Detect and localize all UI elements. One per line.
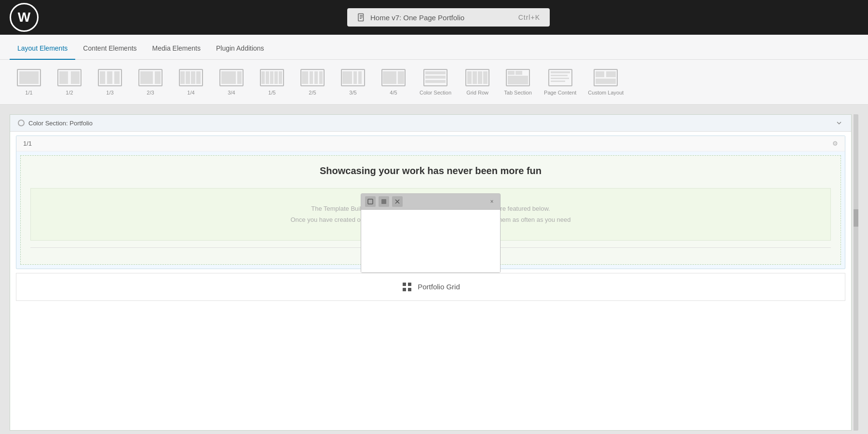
- popup-btn-1[interactable]: [365, 196, 376, 207]
- showcase-title: Showcasing your work has never been more…: [30, 165, 831, 176]
- tab-plugin-additions[interactable]: Plugin Additions: [208, 38, 272, 60]
- tab-layout-elements[interactable]: Layout Elements: [10, 38, 75, 60]
- svg-rect-34: [319, 71, 323, 84]
- color-section-title: Color Section: Portfolio: [28, 120, 93, 127]
- element-1-2-icon: [57, 68, 82, 87]
- element-3-4-label: 3/4: [228, 90, 235, 95]
- element-2-3-icon: [138, 68, 163, 87]
- color-section-expand[interactable]: [835, 119, 843, 127]
- element-1-3-icon: [97, 68, 122, 87]
- tab-navigation: Layout Elements Content Elements Media E…: [0, 35, 868, 60]
- element-color-section-label: Color Section: [420, 90, 451, 95]
- svg-rect-48: [473, 71, 477, 84]
- element-tab-section-icon: [505, 68, 530, 87]
- element-2-3[interactable]: 2/3: [131, 65, 170, 99]
- element-4-5[interactable]: 4/5: [374, 65, 413, 99]
- element-1-2[interactable]: 1/2: [50, 65, 89, 99]
- svg-rect-37: [353, 71, 357, 84]
- element-3-5[interactable]: 3/5: [334, 65, 372, 99]
- element-color-section-icon: [423, 68, 448, 87]
- element-1-1[interactable]: 1/1: [10, 65, 48, 99]
- svg-rect-56: [551, 71, 570, 73]
- element-2-5-label: 2/5: [309, 90, 316, 95]
- row-container: 1/1 ⚙ Showcasing your work has never bee…: [16, 136, 845, 269]
- element-1-5-icon: [259, 68, 285, 87]
- portfolio-grid-section: Portfolio Grid: [16, 273, 845, 301]
- portfolio-grid-icon: [401, 281, 413, 293]
- svg-rect-27: [270, 71, 273, 84]
- content-dashed-area: Showcasing your work has never been more…: [20, 155, 841, 265]
- description-area: The Template Builder allows you to ts, 3…: [30, 188, 831, 241]
- svg-rect-64: [368, 199, 373, 204]
- element-color-section[interactable]: Color Section: [415, 65, 456, 99]
- tab-media-elements[interactable]: Media Elements: [145, 38, 208, 60]
- popup-overlay: ×: [361, 193, 501, 273]
- svg-rect-11: [107, 71, 112, 84]
- search-label: Home v7: One Page Portfolio: [370, 14, 464, 22]
- element-1-4[interactable]: 1/4: [172, 65, 210, 99]
- element-4-5-icon: [381, 68, 406, 87]
- element-tab-section[interactable]: Tab Section: [499, 65, 537, 99]
- element-3-4[interactable]: 3/4: [212, 65, 251, 99]
- svg-rect-45: [425, 80, 446, 83]
- svg-rect-66: [403, 283, 406, 286]
- canvas-container: Color Section: Portfolio 1/1 ⚙ Showcasin…: [10, 114, 852, 431]
- svg-rect-57: [551, 75, 568, 76]
- search-bar[interactable]: Home v7: One Page Portfolio Ctrl+K: [347, 8, 550, 27]
- element-1-3-label: 1/3: [106, 90, 113, 95]
- element-grid-row-icon: [465, 68, 490, 87]
- scrollbar[interactable]: [854, 114, 858, 431]
- element-tab-section-label: Tab Section: [504, 90, 531, 95]
- portfolio-grid-label: Portfolio Grid: [24, 281, 837, 293]
- radio-circle[interactable]: [18, 120, 25, 126]
- element-1-2-label: 1/2: [66, 90, 73, 95]
- wp-logo[interactable]: W: [10, 3, 39, 32]
- svg-rect-15: [155, 71, 161, 84]
- svg-rect-68: [403, 288, 406, 291]
- element-grid-row[interactable]: Grid Row: [458, 65, 497, 99]
- svg-rect-8: [71, 71, 80, 84]
- element-1-1-icon: [16, 68, 41, 87]
- element-2-5[interactable]: 2/5: [293, 65, 332, 99]
- svg-rect-44: [425, 76, 446, 79]
- svg-rect-28: [274, 71, 278, 84]
- row-actions: ⚙: [832, 140, 838, 147]
- row-header: 1/1 ⚙: [16, 136, 845, 151]
- svg-rect-14: [140, 71, 153, 84]
- svg-rect-38: [358, 71, 362, 84]
- element-4-5-label: 4/5: [390, 90, 397, 95]
- element-page-content[interactable]: Page Content: [539, 65, 581, 99]
- svg-rect-62: [606, 71, 616, 77]
- element-1-4-icon: [178, 68, 203, 87]
- row-settings-icon[interactable]: ⚙: [832, 140, 838, 147]
- popup-close-btn[interactable]: ×: [488, 197, 496, 206]
- scrollbar-thumb[interactable]: [854, 209, 858, 227]
- element-2-5-icon: [300, 68, 325, 87]
- element-1-3[interactable]: 1/3: [91, 65, 129, 99]
- popup-body: [361, 210, 500, 272]
- element-page-content-icon: [548, 68, 573, 87]
- svg-rect-63: [596, 79, 616, 84]
- element-custom-layout-label: Custom Layout: [588, 90, 624, 95]
- element-1-1-label: 1/1: [25, 90, 32, 95]
- element-3-5-icon: [340, 68, 366, 87]
- svg-rect-40: [383, 71, 396, 84]
- svg-rect-47: [467, 71, 472, 84]
- element-1-5[interactable]: 1/5: [253, 65, 291, 99]
- svg-rect-23: [237, 71, 242, 84]
- main-content: Color Section: Portfolio 1/1 ⚙ Showcasin…: [0, 105, 868, 434]
- element-1-5-label: 1/5: [268, 90, 275, 95]
- svg-rect-32: [310, 71, 313, 84]
- svg-rect-19: [191, 71, 195, 84]
- tab-content-elements[interactable]: Content Elements: [75, 38, 144, 60]
- color-section-bar: Color Section: Portfolio: [10, 115, 851, 132]
- element-1-4-label: 1/4: [187, 90, 194, 95]
- portfolio-grid-text: Portfolio Grid: [418, 283, 460, 291]
- svg-rect-29: [279, 71, 282, 84]
- popup-toolbar: ×: [361, 194, 500, 210]
- svg-rect-67: [408, 283, 411, 286]
- svg-rect-43: [425, 71, 446, 74]
- element-custom-layout[interactable]: Custom Layout: [583, 65, 628, 99]
- popup-btn-3[interactable]: [392, 196, 403, 207]
- popup-btn-2[interactable]: [379, 196, 389, 207]
